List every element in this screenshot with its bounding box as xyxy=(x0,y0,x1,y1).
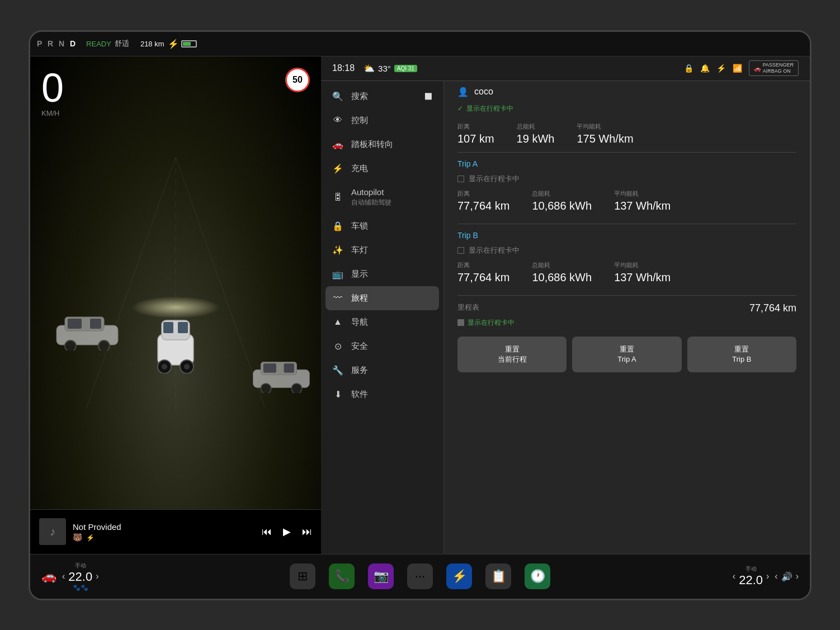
navigate-menu-icon: ▲ xyxy=(332,317,343,327)
right-climate-control[interactable]: ‹ 手动 22.0 › xyxy=(733,565,769,588)
app-phone-icon[interactable]: 📞 xyxy=(329,563,355,589)
app-dots-icon[interactable]: ··· xyxy=(407,563,433,589)
speed-display: 0 KM/H xyxy=(41,68,64,117)
media-bar: ♪ Not Provided 🐻 ⚡ ⏮ ▶ ⏭ xyxy=(30,509,321,554)
right-status-icons: 🔒 🔔 ⚡ 📶 🚗 PASSENGER AIRBAG ON xyxy=(684,60,799,76)
clock: 18:18 xyxy=(332,63,355,73)
menu-item-search[interactable]: 🔍 搜索 ⬜ xyxy=(321,84,443,108)
menu-item-pedal[interactable]: 🚗 踏板和转向 xyxy=(321,132,443,157)
menu-label-lock: 车锁 xyxy=(351,221,368,231)
play-button[interactable]: ▶ xyxy=(283,525,291,538)
trip-b-avg-energy-label: 平均能耗 xyxy=(614,261,671,269)
trip-a-avg-energy-value: 137 Wh/km xyxy=(614,200,671,212)
signal-icon: 📶 xyxy=(733,64,742,73)
right-climate-prev[interactable]: ‹ xyxy=(733,571,735,581)
current-distance-value: 107 km xyxy=(457,132,494,145)
svg-point-16 xyxy=(184,364,190,370)
svg-rect-12 xyxy=(178,322,188,333)
app-bluetooth-icon[interactable]: ⚡ xyxy=(446,563,472,589)
app-grid-icon[interactable]: ⊞ xyxy=(290,563,315,589)
svg-rect-19 xyxy=(263,363,276,373)
trip-b-total-energy-label: 总能耗 xyxy=(532,261,592,269)
speed-limit-sign: 50 xyxy=(285,68,310,92)
menu-item-control[interactable]: 👁 控制 xyxy=(321,108,443,132)
left-climate-prev[interactable]: ‹ xyxy=(62,571,65,581)
reset-trip-b-label: 重置Trip B xyxy=(732,345,751,363)
menu-label-control: 控制 xyxy=(351,115,368,126)
menu-item-charging[interactable]: ⚡ 充电 xyxy=(321,157,443,181)
trip-b-toggle[interactable]: 显示在行程卡中 xyxy=(457,245,796,255)
current-distance: 距离 107 km xyxy=(457,122,494,145)
media-info: Not Provided 🐻 ⚡ xyxy=(73,522,262,542)
media-source: 🐻 ⚡ xyxy=(73,533,262,542)
menu-item-software[interactable]: ⬇ 软件 xyxy=(321,382,443,406)
trip-a-total-energy-label: 总能耗 xyxy=(532,190,592,198)
menu-item-display[interactable]: 📺 显示 xyxy=(321,262,443,286)
menu-item-lights[interactable]: ✨ 车灯 xyxy=(321,238,443,262)
service-menu-icon: 🔧 xyxy=(332,365,343,376)
menu-item-lock[interactable]: 🔒 车锁 xyxy=(321,214,443,238)
menu-item-service[interactable]: 🔧 服务 xyxy=(321,358,443,382)
trip-a-distance-value: 77,764 km xyxy=(457,200,509,212)
trip-b-avg-energy: 平均能耗 137 Wh/km xyxy=(614,261,671,284)
display-menu-icon: 📺 xyxy=(332,269,343,280)
menu-item-safety[interactable]: ⊙ 安全 xyxy=(321,334,443,358)
reset-buttons[interactable]: 重置当前行程 重置Trip A 重置Trip B xyxy=(457,337,796,372)
right-climate-next[interactable]: › xyxy=(766,571,769,581)
menu-item-trip[interactable]: 〰 旅程 xyxy=(325,286,439,310)
current-avg-energy-value: 175 Wh/km xyxy=(577,132,633,145)
volume-icon: 🔊 xyxy=(781,571,792,582)
right-climate-sub: 手动 xyxy=(739,565,763,573)
trip-a-show-label: 显示在行程卡中 xyxy=(469,174,520,184)
right-panel: 18:18 ⛅ 33° AQI 31 🔒 🔔 ⚡ 📶 🚗 PASSENGER xyxy=(321,56,810,554)
volume-next[interactable]: › xyxy=(796,571,799,581)
search-menu-icon: 🔍 xyxy=(332,91,343,102)
ready-status: READY xyxy=(86,40,111,48)
airbag-sub: AIRBAG ON xyxy=(763,68,794,74)
volume-prev[interactable]: ‹ xyxy=(775,571,777,581)
trip-b-distance-label: 距离 xyxy=(457,261,509,269)
right-top-bar: 18:18 ⛅ 33° AQI 31 🔒 🔔 ⚡ 📶 🚗 PASSENGER xyxy=(321,56,810,81)
odometer-label: 里程表 xyxy=(457,302,479,312)
speed-unit: KM/H xyxy=(41,109,64,117)
left-climate-control[interactable]: ‹ 手动 22.0 🐾🐾 › xyxy=(62,562,98,591)
left-climate-next[interactable]: › xyxy=(96,571,98,581)
battery-display xyxy=(181,39,197,49)
odometer-checkbox[interactable] xyxy=(457,319,464,326)
software-menu-icon: ⬇ xyxy=(332,389,343,400)
menu-label-navigate: 导航 xyxy=(351,317,368,328)
pedal-menu-icon: 🚗 xyxy=(332,139,343,150)
passenger-airbag: 🚗 PASSENGER AIRBAG ON xyxy=(749,60,799,76)
user-section: 👤 coco xyxy=(457,87,796,97)
trip-b-checkbox[interactable] xyxy=(457,247,464,254)
svg-rect-6 xyxy=(90,319,101,329)
menu-item-navigate[interactable]: ▲ 导航 xyxy=(321,310,443,334)
trip-a-toggle[interactable]: 显示在行程卡中 xyxy=(457,174,796,184)
reset-current-trip-button[interactable]: 重置当前行程 xyxy=(457,337,567,372)
app-camera-icon[interactable]: 📷 xyxy=(368,563,394,589)
reset-trip-a-button[interactable]: 重置Trip A xyxy=(572,337,681,372)
svg-point-15 xyxy=(162,364,167,370)
airbag-label: PASSENGER xyxy=(763,62,794,68)
menu-label-display: 显示 xyxy=(351,269,368,280)
current-total-energy-value: 19 kWh xyxy=(517,132,555,145)
app-calendar-icon[interactable]: 📋 xyxy=(485,563,511,589)
side-car-left xyxy=(54,311,110,350)
trip-b-distance: 距离 77,764 km xyxy=(457,261,509,284)
car-visualization xyxy=(30,56,321,509)
autopilot-menu-icon: 🎛 xyxy=(332,192,343,202)
weather-icon: ⛅ xyxy=(364,63,375,74)
app-clock-icon[interactable]: 🕐 xyxy=(525,563,550,589)
trip-a-total-energy-value: 10,686 kWh xyxy=(532,200,592,212)
reset-trip-b-button[interactable]: 重置Trip B xyxy=(687,337,796,372)
menu-label-safety: 安全 xyxy=(351,341,368,352)
svg-rect-20 xyxy=(284,363,294,373)
prev-track-button[interactable]: ⏮ xyxy=(262,526,272,538)
media-controls[interactable]: ⏮ ▶ ⏭ xyxy=(262,525,312,538)
trip-a-checkbox[interactable] xyxy=(457,176,464,182)
speed-value: 0 xyxy=(41,68,64,108)
menu-item-autopilot[interactable]: 🎛 Autopilot自动辅助驾驶 xyxy=(321,181,443,214)
volume-control[interactable]: ‹ 🔊 › xyxy=(775,571,799,582)
right-climate-temp: 22.0 xyxy=(739,573,763,588)
next-track-button[interactable]: ⏭ xyxy=(302,526,312,538)
